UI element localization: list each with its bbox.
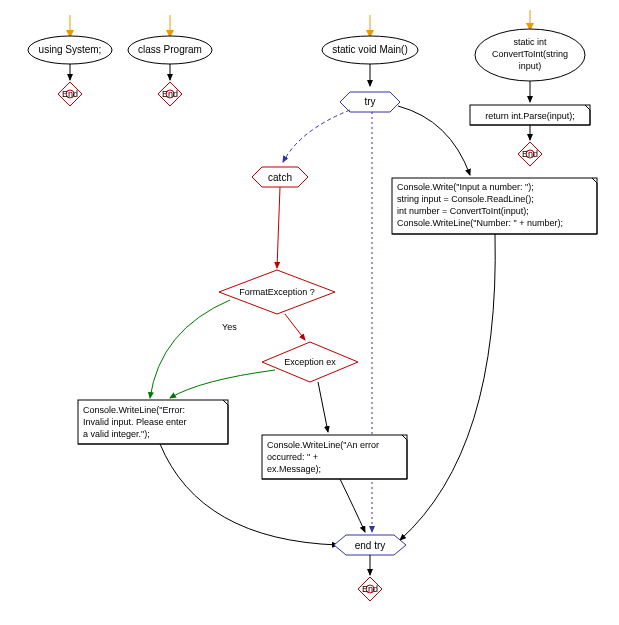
try-body-line: Console.WriteLine("Number: " + number); <box>397 218 563 228</box>
label-decision2: Exception ex <box>284 357 336 367</box>
convert-line: ConvertToInt(string <box>492 49 568 59</box>
end-label: End <box>62 89 78 99</box>
try-body-line: int number = ConvertToInt(input); <box>397 206 529 216</box>
edge-h2-endtry <box>340 479 365 532</box>
end-node: End <box>58 82 82 106</box>
try-body-line: Console.Write("Input a number: "); <box>397 182 534 192</box>
convert-line: static int <box>513 37 547 47</box>
end-node: End <box>358 577 382 601</box>
edge-catch-q1 <box>277 187 280 268</box>
edge-q1-q2 <box>285 314 305 340</box>
end-node: End <box>158 82 182 106</box>
edge-try-body <box>398 106 470 175</box>
edge-q2-h2 <box>318 382 328 432</box>
edge-q1-yes <box>150 300 230 398</box>
label-yes: Yes <box>222 322 237 332</box>
edge-body-endtry <box>400 234 495 540</box>
convert-line: input) <box>519 61 542 71</box>
handler1-line: a valid integer."); <box>83 429 150 439</box>
handler1-line: Console.WriteLine("Error: <box>83 405 185 415</box>
label-return: return int.Parse(input); <box>485 111 575 121</box>
handler2-line: ex.Message); <box>267 464 321 474</box>
try-body-line: string input = Console.ReadLine(); <box>397 194 534 204</box>
edge-q2-h1 <box>170 370 275 398</box>
label-class-program: class Program <box>138 44 202 55</box>
label-main-method: static void Main() <box>332 44 408 55</box>
handler2-line: occurred: " + <box>267 452 318 462</box>
label-using-system: using System; <box>39 44 102 55</box>
label-try: try <box>364 96 375 107</box>
end-node: End <box>518 142 542 166</box>
handler2-line: Console.WriteLine("An error <box>267 440 379 450</box>
end-label: End <box>522 149 538 159</box>
label-end-try: end try <box>355 540 386 551</box>
handler1-line: Invalid input. Please enter <box>83 417 187 427</box>
end-label: End <box>162 89 178 99</box>
label-catch: catch <box>268 172 292 183</box>
edge-try-catch <box>283 110 350 162</box>
label-decision1: FormatException ? <box>239 287 315 297</box>
end-label: End <box>362 584 378 594</box>
flowchart-canvas: using System; End class Program End stat… <box>0 0 619 625</box>
